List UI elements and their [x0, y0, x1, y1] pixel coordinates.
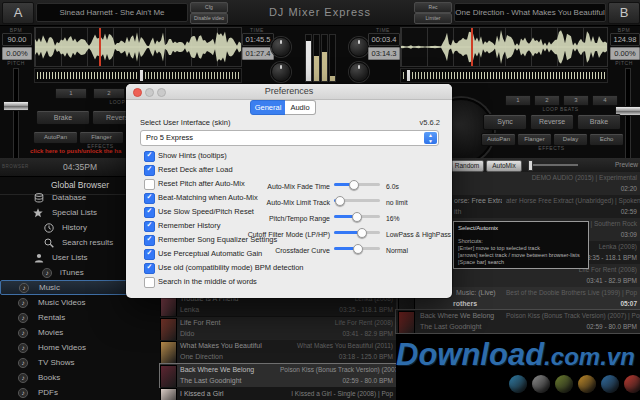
track-title: Back Where We Belong	[420, 312, 494, 319]
rec-button[interactable]: Rec	[414, 2, 452, 13]
deck-b-hotcue-4[interactable]: 4	[592, 95, 618, 106]
track-title: Back Where We Belong	[180, 366, 254, 373]
checkbox-label: Use old (compatibility mode) BPM detecti…	[158, 263, 303, 273]
deck-b-hotcue-2[interactable]: 2	[534, 95, 560, 106]
cfg-button[interactable]: Cfg	[190, 2, 228, 13]
sidebar-item-label: Home Videos	[38, 343, 86, 352]
track-album: Life For Rent (2008)	[280, 319, 393, 326]
tooltip-title: Select/Automix	[458, 225, 584, 232]
deck-b-effects-label: EFFECTS	[481, 145, 622, 151]
automix-button[interactable]: AutoMix	[486, 160, 522, 172]
deck-b-gain-knob[interactable]	[349, 62, 369, 82]
deck-b-beat-pattern	[403, 72, 605, 79]
tooltip-line: Shortcuts:	[458, 238, 584, 245]
deck-a-hotcue-2[interactable]: 2	[93, 88, 125, 99]
watermark-dot	[555, 375, 573, 393]
crossfade-mini-slider-thumb[interactable]	[528, 160, 533, 171]
checkbox	[144, 235, 155, 246]
deck-b-hotcue-1[interactable]: 1	[505, 95, 531, 106]
checkbox	[144, 151, 155, 162]
deck-a-pitch-fader-track[interactable]	[13, 68, 19, 162]
track-time: 03:41 - 82.9 BPM	[436, 277, 637, 284]
shortcuts-tooltip: Select/Automix Shortcuts: [Enter] move t…	[453, 221, 589, 269]
track-time: 03:18 - 125.0 BPM	[280, 353, 393, 360]
track-time: 03:41 - 82.9 BPM	[280, 330, 393, 337]
slider-value: Normal	[386, 247, 408, 254]
album-art	[160, 341, 177, 363]
deck-a-hint-text[interactable]: click here to push/unlock the ha	[30, 148, 121, 154]
album-art	[160, 388, 177, 400]
deck-a-time-remaining: 01:27.4	[242, 47, 274, 60]
deck-a-pitch-value: 0.00%	[2, 47, 32, 60]
track-title: I Kissed a Girl	[180, 390, 224, 397]
deck-b-beat-strip[interactable]	[400, 68, 608, 83]
itunes-icon: ♪	[42, 268, 52, 278]
deck-b-track-title: One Direction - What Makes You Beautiful	[454, 3, 606, 22]
app-title: DJ Mixer Express	[230, 0, 410, 25]
tab-general[interactable]: General	[250, 100, 286, 115]
crossfade-mini-slider-track[interactable]	[528, 164, 578, 166]
svg-text:♪: ♪	[21, 314, 24, 321]
track-title: What Makes You Beautiful	[180, 342, 262, 349]
track-row[interactable]: I Kissed a Girl I Kissed a Girl - Single…	[160, 387, 396, 400]
crossfader-curve-slider[interactable]	[334, 247, 380, 250]
slider-value: 6.0s	[386, 183, 399, 190]
dialog-title-bar[interactable]: Preferences	[126, 84, 452, 100]
deck-a-beat-strip[interactable]	[34, 68, 242, 83]
track-row-selected[interactable]: Back Where We Belong Poison Kiss (Bonus …	[160, 364, 396, 387]
svg-text:♪: ♪	[21, 299, 24, 306]
deck-b-treble-knob[interactable]	[349, 37, 369, 57]
music-note-icon: ♪	[18, 328, 28, 338]
deck-b-sync-button[interactable]: Sync	[483, 114, 527, 130]
deck-a-time-elapsed: 01:45.5	[242, 33, 274, 46]
track-row[interactable]: Life For Rent Life For Rent (2008) Dido …	[160, 317, 396, 340]
track-album: Best of the Doobie Brothers Live (1999) …	[506, 289, 637, 296]
deck-a-treble-knob[interactable]	[271, 37, 291, 57]
watermark-dot	[601, 375, 619, 393]
tooltip-line: [Space bar] search	[458, 259, 584, 266]
checkbox-label: Reset Deck after Load	[158, 165, 233, 175]
deck-a-hotcue-1[interactable]: 1	[55, 88, 87, 99]
skin-select[interactable]: Pro 5 Express ▲▼	[140, 130, 439, 146]
tooltip-line: [Enter] move to top selected track	[458, 245, 584, 252]
deck-a-brake-button[interactable]: Brake	[36, 110, 90, 125]
automix-limit-slider[interactable]	[334, 199, 380, 202]
sidebar-item-label: History	[62, 223, 87, 232]
slider-label: Cutoff Filter Mode (LP/HP)	[226, 231, 330, 238]
watermark-dot	[532, 375, 550, 393]
track-time: 02:20	[436, 185, 637, 192]
automix-fade-slider[interactable]	[334, 183, 380, 186]
disable-video-button[interactable]: Disable video	[190, 13, 228, 24]
preview-button[interactable]: Preview	[596, 160, 638, 170]
deck-b-reverse-button[interactable]: Reverse	[530, 114, 574, 130]
sidebar-item-label: Music Videos	[38, 298, 85, 307]
random-button[interactable]: Random	[450, 160, 484, 172]
tab-audio[interactable]: Audio	[285, 100, 316, 115]
vu-meter-4	[329, 34, 336, 82]
deck-a-pitch-fader-handle[interactable]	[3, 101, 29, 111]
track-row[interactable]: What Makes You Beautiful What Makes You …	[160, 340, 396, 363]
pitch-range-slider[interactable]	[334, 215, 380, 218]
deck-b-brake-button[interactable]: Brake	[577, 114, 621, 130]
limiter-button[interactable]: Limiter	[414, 13, 452, 24]
deck-b-waveform[interactable]	[400, 27, 608, 67]
track-album: DEMO AUDIO (2015) | Experimental	[436, 174, 637, 181]
track-time: 03:35 - 118.1 BPM	[280, 306, 393, 313]
deck-a-track-title: Sinead Harnett - She Ain't Me	[36, 3, 188, 22]
track-artist: ith	[454, 208, 461, 215]
deck-a-gain-knob[interactable]	[271, 62, 291, 82]
dj-mixer-app: A Sinead Harnett - She Ain't Me Cfg Disa…	[0, 0, 640, 400]
vu-meter-2	[313, 34, 320, 82]
deck-b-hotcue-3[interactable]: 3	[563, 95, 589, 106]
track-row[interactable]: Back Where We Belong Poison Kiss (Bonus …	[396, 310, 640, 333]
track-artist: rothers	[453, 300, 477, 307]
checkbox	[144, 277, 155, 288]
slider-value: no limit	[386, 199, 408, 206]
deck-b-loop-beats-label: LOOP BEATS	[505, 106, 616, 112]
watermark-text: Download.com.vn	[396, 337, 635, 373]
track-artist: Dido	[180, 330, 194, 337]
track-title: Music: (Live)	[456, 289, 496, 296]
album-art	[160, 318, 177, 340]
cutoff-filter-slider[interactable]	[334, 231, 380, 234]
deck-a-waveform[interactable]	[34, 27, 242, 67]
